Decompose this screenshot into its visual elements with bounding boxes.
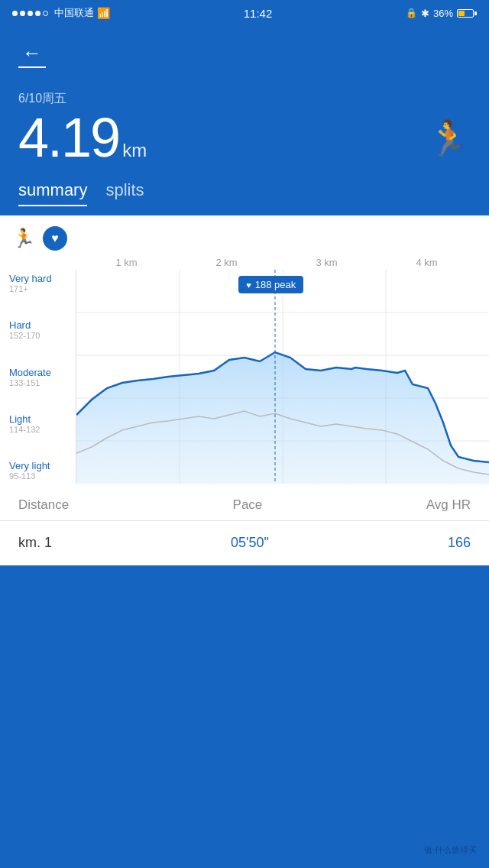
chart-svg (76, 270, 489, 484)
status-bar: 中国联通 📶 11:42 🔒 ✱ 36% (0, 0, 489, 26)
col-distance: Distance (18, 497, 69, 513)
svg-marker-7 (76, 352, 489, 484)
row1-pace: 05'50" (231, 535, 269, 551)
running-icon: 🏃 (427, 118, 471, 159)
tabs: summary splits (0, 173, 489, 206)
zone-very-light: Very light 95-113 (9, 460, 70, 481)
row1-avghr: 166 (448, 535, 471, 551)
distance-row: 4.19km 🏃 (18, 110, 471, 165)
chart-icons: 🏃 ♥ (0, 226, 489, 257)
date-label: 6/10周五 (18, 91, 471, 107)
zone-light: Light 114-132 (9, 413, 70, 434)
splits-header: Distance Pace Avg HR (0, 484, 489, 521)
table-row: km. 1 05'50" 166 (0, 521, 489, 565)
dot5 (43, 11, 48, 16)
zone-moderate-label: Moderate (9, 367, 70, 378)
lock-icon: 🔒 (406, 8, 417, 18)
status-time: 11:42 (244, 7, 273, 20)
zone-very-light-range: 95-113 (9, 471, 70, 481)
splits-section: Distance Pace Avg HR km. 1 05'50" 166 (0, 484, 489, 565)
km-label-1: 1 km (76, 257, 176, 268)
zone-moderate-range: 133-151 (9, 378, 70, 387)
col-pace: Pace (233, 497, 263, 513)
distance-display: 4.19km (18, 110, 147, 165)
signal-dots (12, 11, 48, 16)
chart-run-icon[interactable]: 🏃 (12, 228, 35, 249)
watermark: 值·什么值得买 (424, 844, 477, 856)
km-labels-row: 1 km 2 km 3 km 4 km (0, 257, 489, 268)
status-right: 🔒 ✱ 36% (406, 8, 477, 19)
dot4 (35, 11, 40, 16)
header-info: 6/10周五 4.19km 🏃 (0, 76, 489, 173)
zone-hard-range: 152-170 (9, 331, 70, 340)
km-label-3: 3 km (277, 257, 377, 268)
zone-hard: Hard 152-170 (9, 319, 70, 340)
tab-summary[interactable]: summary (18, 180, 87, 206)
dot1 (12, 11, 18, 16)
zone-light-label: Light (9, 413, 70, 425)
dot2 (20, 11, 25, 16)
zone-hard-label: Hard (9, 319, 70, 331)
status-left: 中国联通 📶 (12, 6, 110, 20)
zone-very-light-label: Very light (9, 460, 70, 471)
zone-moderate: Moderate 133-151 (9, 367, 70, 387)
km-label-2: 2 km (176, 257, 277, 268)
chart-heart-icon[interactable]: ♥ (43, 226, 67, 251)
chart-tooltip: ♥ 188 peak (238, 276, 303, 293)
battery-label: 36% (433, 8, 453, 19)
row1-name: km. 1 (18, 535, 52, 551)
chart-graph: ♥ 188 peak (76, 270, 489, 484)
col-avghr: Avg HR (426, 497, 471, 513)
zone-light-range: 114-132 (9, 425, 70, 434)
chart-main: Very hard 171+ Hard 152-170 Moderate 133… (0, 270, 489, 484)
tab-splits[interactable]: splits (105, 180, 144, 206)
dot3 (28, 11, 33, 16)
tooltip-heart-icon: ♥ (246, 280, 251, 290)
tooltip-text: 188 peak (255, 279, 296, 290)
chart-section: 🏃 ♥ 1 km 2 km 3 km 4 km Very hard 171+ H… (0, 215, 489, 484)
zone-very-hard-label: Very hard (9, 273, 70, 284)
distance-unit: km (122, 140, 147, 160)
chart-y-labels: Very hard 171+ Hard 152-170 Moderate 133… (0, 270, 76, 484)
back-button[interactable]: ← (0, 26, 489, 76)
bluetooth-icon: ✱ (421, 8, 429, 19)
zone-very-hard: Very hard 171+ (9, 273, 70, 293)
carrier-label: 中国联通 (54, 6, 94, 20)
distance-value: 4.19 (18, 107, 119, 168)
back-arrow-icon[interactable]: ← (18, 41, 46, 68)
battery-icon (457, 9, 477, 18)
zone-very-hard-range: 171+ (9, 284, 70, 293)
km-label-4: 4 km (377, 257, 477, 268)
wifi-icon: 📶 (97, 7, 110, 19)
